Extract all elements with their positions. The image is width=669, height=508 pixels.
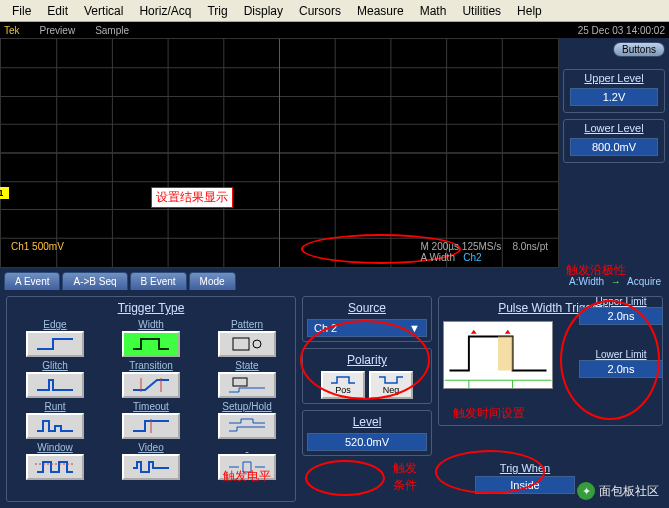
menu-vertical[interactable]: Vertical bbox=[76, 2, 131, 20]
upper-limit-label: Upper Limit bbox=[579, 296, 663, 307]
svg-rect-24 bbox=[498, 337, 513, 371]
menu-edit[interactable]: Edit bbox=[39, 2, 76, 20]
type-pattern-label: Pattern bbox=[231, 319, 263, 330]
type-video-label: Video bbox=[138, 442, 163, 453]
annotation-time-setting: 触发时间设置 bbox=[450, 405, 528, 422]
type-timeout-button[interactable] bbox=[122, 413, 180, 439]
annotation-result-display: 设置结果显示 bbox=[151, 187, 233, 208]
menu-file[interactable]: File bbox=[4, 2, 39, 20]
type-pattern-button[interactable] bbox=[218, 331, 276, 357]
type-setuphold-button[interactable] bbox=[218, 413, 276, 439]
brand-label: Tek bbox=[4, 25, 20, 36]
type-width-label: Width bbox=[138, 319, 164, 330]
svg-point-17 bbox=[253, 340, 261, 348]
type-glitch-button[interactable] bbox=[26, 372, 84, 398]
polarity-title: Polarity bbox=[307, 353, 427, 367]
trig-when-value[interactable]: Inside bbox=[475, 476, 575, 494]
type-transition-button[interactable] bbox=[122, 372, 180, 398]
controls-panel: Trigger Type Edge Width Pattern Glitch T… bbox=[0, 290, 669, 508]
wechat-icon: ✦ bbox=[577, 482, 595, 500]
polarity-neg-button[interactable]: Neg bbox=[369, 371, 413, 399]
type-setuphold-label: Setup/Hold bbox=[222, 401, 271, 412]
menu-measure[interactable]: Measure bbox=[349, 2, 412, 20]
menu-help[interactable]: Help bbox=[509, 2, 550, 20]
state-icon bbox=[227, 376, 267, 394]
window-icon bbox=[35, 458, 75, 476]
annotation-trig-level: 触发电平 bbox=[220, 468, 274, 485]
resolution-readout: 8.0ns/pt bbox=[512, 241, 548, 252]
tab-ab-seq[interactable]: A->B Seq bbox=[62, 272, 127, 290]
lower-limit-value[interactable]: 2.0ns bbox=[579, 360, 663, 378]
svg-rect-20 bbox=[233, 378, 247, 386]
menu-horiz-acq[interactable]: Horiz/Acq bbox=[131, 2, 199, 20]
upper-limit-value[interactable]: 2.0ns bbox=[579, 307, 663, 325]
edge-icon bbox=[35, 335, 75, 353]
preview-label: Preview bbox=[40, 25, 76, 36]
runt-icon bbox=[35, 417, 75, 435]
level-value[interactable]: 520.0mV bbox=[307, 433, 427, 451]
type-timeout-label: Timeout bbox=[133, 401, 169, 412]
type-state-button[interactable] bbox=[218, 372, 276, 398]
trigger-position-marker[interactable]: 1 bbox=[0, 187, 9, 199]
menu-math[interactable]: Math bbox=[412, 2, 455, 20]
menu-trig[interactable]: Trig bbox=[199, 2, 235, 20]
svg-rect-16 bbox=[233, 338, 249, 350]
pulse-pos-icon bbox=[329, 375, 357, 385]
source-title: Source bbox=[307, 301, 427, 315]
status-row: Tek Preview Sample 25 Dec 03 14:00:02 bbox=[0, 22, 669, 38]
side-panel: Buttons Upper Level 1.2V Lower Level 800… bbox=[559, 38, 669, 268]
type-runt-label: Runt bbox=[44, 401, 65, 412]
level-panel: Level 520.0mV bbox=[302, 410, 432, 456]
type-transition-label: Transition bbox=[129, 360, 173, 371]
upper-level-value[interactable]: 1.2V bbox=[570, 88, 658, 106]
lower-limit-label: Lower Limit bbox=[579, 349, 663, 360]
trigger-readout: A Width bbox=[420, 252, 454, 263]
trigger-type-title: Trigger Type bbox=[11, 301, 291, 315]
annotation-trig-cond: 触发条件 bbox=[390, 460, 426, 494]
transition-icon bbox=[131, 376, 171, 394]
type-window-label: Window bbox=[37, 442, 73, 453]
trig-when-block: Trig When Inside bbox=[475, 462, 575, 494]
type-width-button[interactable] bbox=[122, 331, 180, 357]
width-icon bbox=[131, 335, 171, 353]
type-runt-button[interactable] bbox=[26, 413, 84, 439]
pattern-icon bbox=[227, 335, 267, 353]
type-glitch-label: Glitch bbox=[42, 360, 68, 371]
watermark: ✦ 面包板社区 bbox=[577, 482, 659, 500]
tab-b-event[interactable]: B Event bbox=[130, 272, 187, 290]
trig-when-title: Trig When bbox=[475, 462, 575, 474]
scope-readout: Ch1 500mV M 200µs 125MS/s 8.0ns/pt A Wid… bbox=[11, 241, 548, 263]
lower-level-label: Lower Level bbox=[564, 120, 664, 136]
video-icon bbox=[131, 458, 171, 476]
ch1-scale: Ch1 500mV bbox=[11, 241, 64, 263]
tab-a-event[interactable]: A Event bbox=[4, 272, 60, 290]
level-title: Level bbox=[307, 415, 427, 429]
menu-display[interactable]: Display bbox=[236, 2, 291, 20]
polarity-panel: Polarity Pos Neg bbox=[302, 348, 432, 404]
source-select[interactable]: Ch 2 ▼ bbox=[307, 319, 427, 337]
glitch-icon bbox=[35, 376, 75, 394]
type-video-button[interactable] bbox=[122, 454, 180, 480]
sample-label: Sample bbox=[95, 25, 129, 36]
waveform-display[interactable]: 1 设置结果显示 Ch1 500mV M 200µs 125MS/s 8.0ns… bbox=[0, 38, 559, 268]
menu-utilities[interactable]: Utilities bbox=[454, 2, 509, 20]
setuphold-icon bbox=[227, 417, 267, 435]
type-edge-label: Edge bbox=[43, 319, 66, 330]
timebase-readout: M 200µs 125MS/s bbox=[420, 241, 501, 252]
timestamp: 25 Dec 03 14:00:02 bbox=[578, 25, 665, 36]
graticule bbox=[1, 39, 558, 267]
source-panel: Source Ch 2 ▼ bbox=[302, 296, 432, 342]
lower-level-block: Lower Level 800.0mV bbox=[563, 119, 665, 163]
menu-cursors[interactable]: Cursors bbox=[291, 2, 349, 20]
chevron-down-icon: ▼ bbox=[409, 322, 420, 334]
type-edge-button[interactable] bbox=[26, 331, 84, 357]
buttons-toggle[interactable]: Buttons bbox=[613, 42, 665, 57]
type-window-button[interactable] bbox=[26, 454, 84, 480]
lower-level-value[interactable]: 800.0mV bbox=[570, 138, 658, 156]
pwt-preview bbox=[443, 321, 553, 389]
tab-mode[interactable]: Mode bbox=[189, 272, 236, 290]
polarity-pos-button[interactable]: Pos bbox=[321, 371, 365, 399]
trigger-source-readout: Ch2 bbox=[463, 252, 481, 263]
type-state-label: State bbox=[235, 360, 258, 371]
upper-level-block: Upper Level 1.2V bbox=[563, 69, 665, 113]
